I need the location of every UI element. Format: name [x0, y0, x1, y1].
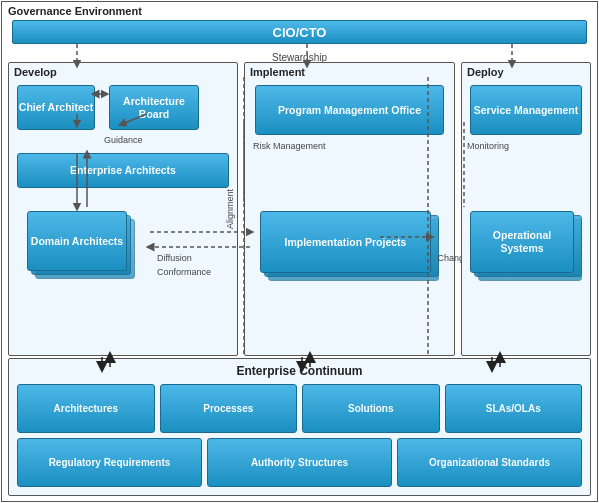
deploy-label: Deploy	[467, 66, 504, 78]
enterprise-cell-processes: Processes	[160, 384, 298, 433]
develop-label: Develop	[14, 66, 57, 78]
enterprise-cell-regulatory: Regulatory Requirements	[17, 438, 202, 487]
implement-label: Implement	[250, 66, 305, 78]
domain-architects-wrapper: Domain Architects	[27, 211, 137, 291]
domain-architects-box: Domain Architects	[27, 211, 127, 271]
conformance-label: Conformance	[157, 267, 211, 277]
monitoring-label: Monitoring	[467, 141, 509, 151]
impl-projects-box: Implementation Projects	[260, 211, 431, 273]
enterprise-cell-slas: SLAs/OLAs	[445, 384, 583, 433]
develop-section: Develop Chief Architect Architecture Boa…	[8, 62, 238, 356]
risk-mgmt-label: Risk Management	[253, 141, 326, 151]
enterprise-grid: Architectures Processes Solutions SLAs/O…	[17, 384, 582, 487]
svc-mgmt-box: Service Management	[470, 85, 582, 135]
governance-title: Governance Environment	[8, 5, 142, 17]
enterprise-architects-box: Enterprise Architects	[17, 153, 229, 188]
chief-architect-box: Chief Architect	[17, 85, 95, 130]
cio-cto-bar: CIO/CTO	[12, 20, 587, 44]
deploy-section: Deploy Service Management Monitoring Ope…	[461, 62, 591, 356]
enterprise-cell-architectures: Architectures	[17, 384, 155, 433]
prog-mgmt-box: Program Management Office	[255, 85, 444, 135]
implement-section: Implement Alignment Program Management O…	[244, 62, 455, 356]
governance-environment: Governance Environment CIO/CTO Stewardsh…	[1, 1, 598, 502]
cio-cto-label: CIO/CTO	[273, 25, 327, 40]
enterprise-cell-solutions: Solutions	[302, 384, 440, 433]
ops-systems-wrapper: Operational Systems	[470, 211, 582, 291]
guidance-label: Guidance	[104, 135, 143, 145]
alignment-left-label: Alignment	[225, 189, 235, 229]
enterprise-continuum-box: Enterprise Continuum Architectures Proce…	[8, 358, 591, 496]
enterprise-row2: Regulatory Requirements Authority Struct…	[17, 438, 582, 487]
enterprise-cell-authority: Authority Structures	[207, 438, 392, 487]
sections-row: Develop Chief Architect Architecture Boa…	[8, 62, 591, 356]
arch-board-box: Architecture Board	[109, 85, 199, 130]
ops-systems-box: Operational Systems	[470, 211, 574, 273]
enterprise-cell-org-standards: Organizational Standards	[397, 438, 582, 487]
enterprise-label: Enterprise Continuum	[236, 364, 362, 378]
diffusion-label: Diffusion	[157, 253, 192, 263]
impl-projects-wrapper: Implementation Projects	[260, 211, 439, 291]
